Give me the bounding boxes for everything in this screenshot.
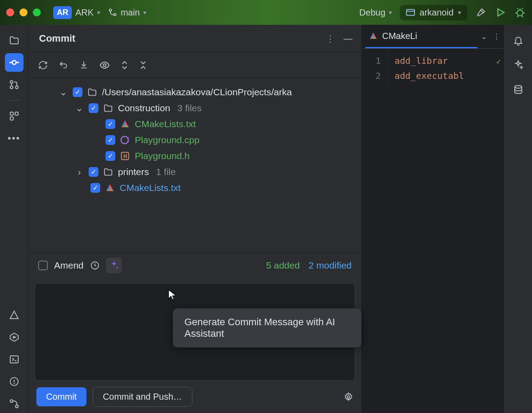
warning-circle-icon — [9, 376, 20, 387]
tree-root[interactable]: ⌄ ✓ /Users/anastasiakazakova/CLionProjec… — [33, 84, 357, 100]
minimize-window-icon[interactable] — [20, 8, 27, 16]
structure-tool-button[interactable] — [5, 107, 23, 125]
close-window-icon[interactable] — [6, 8, 14, 16]
branch-selector[interactable]: main ▾ — [108, 8, 146, 18]
project-name: ARK — [75, 8, 94, 18]
svg-point-22 — [10, 400, 13, 402]
svg-point-1 — [114, 14, 116, 16]
amend-checkbox[interactable] — [38, 261, 48, 270]
inspection-ok-icon[interactable]: ✓ — [496, 54, 501, 69]
window-controls — [6, 8, 41, 16]
svg-text:+: + — [128, 140, 130, 144]
checkbox-checked[interactable]: ✓ — [90, 183, 100, 193]
editor-tab[interactable]: CMakeLi — [365, 25, 477, 48]
shelve-button[interactable] — [79, 60, 89, 70]
checkbox-checked[interactable]: ✓ — [106, 151, 115, 161]
folder-icon — [103, 103, 113, 113]
sparkle-icon — [513, 60, 524, 70]
file-label: Playground.h — [135, 151, 190, 161]
commit-toolbar — [28, 53, 361, 78]
run-target-name: arkanoid — [419, 8, 454, 18]
ai-assistant-button[interactable] — [509, 56, 528, 74]
svg-point-41 — [515, 86, 522, 88]
terminal-tool-button[interactable] — [5, 350, 23, 369]
folder-icon — [87, 87, 98, 97]
svg-marker-16 — [10, 333, 18, 341]
added-count: 5 added — [266, 260, 300, 271]
tab-chevron-icon[interactable]: ⌄ — [481, 32, 487, 41]
services-tool-button[interactable] — [5, 328, 23, 347]
debug-button[interactable] — [514, 7, 526, 18]
line-gutter: 1 2 — [362, 49, 388, 88]
file-playground-cpp[interactable]: ✓ ++ Playground.cpp — [33, 132, 357, 148]
diff-button[interactable] — [99, 60, 110, 70]
checkbox-checked[interactable]: ✓ — [73, 87, 82, 97]
commit-footer: Commit Commit and Push… — [28, 381, 361, 413]
folder-construction[interactable]: ⌄ ✓ Construction 3 files — [33, 100, 357, 116]
rollback-button[interactable] — [59, 60, 68, 70]
build-button[interactable] — [475, 7, 487, 18]
chevron-down-icon[interactable]: ⌄ — [59, 87, 68, 97]
zoom-window-icon[interactable] — [33, 8, 41, 16]
tab-menu-icon[interactable]: ⋮ — [493, 32, 500, 41]
project-tool-button[interactable] — [5, 31, 23, 50]
checkbox-checked[interactable]: ✓ — [106, 135, 115, 145]
panel-minimize-icon[interactable]: — — [344, 34, 352, 44]
folder-printers[interactable]: › ✓ printers 1 file — [33, 164, 357, 180]
file-playground-h[interactable]: ✓ H Playground.h — [33, 148, 357, 164]
svg-point-21 — [14, 383, 14, 384]
pull-request-icon — [9, 79, 20, 90]
more-tools-button[interactable]: ••• — [5, 129, 23, 148]
folder-label: printers — [118, 167, 149, 177]
checkbox-checked[interactable]: ✓ — [106, 119, 115, 129]
amend-row: Amend 5 added 2 modified — [28, 253, 361, 278]
titlebar: AR ARK ▾ main ▾ Debug ▾ arkanoid ▾ — [0, 0, 532, 25]
chevron-right-icon[interactable]: › — [74, 167, 84, 177]
refresh-icon — [38, 60, 48, 70]
tab-label: CMakeLi — [382, 31, 417, 41]
file-cmake-root[interactable]: ✓ CMakeLists.txt — [33, 180, 357, 196]
file-cmake-construction[interactable]: ✓ CMakeLists.txt — [33, 116, 357, 132]
history-button[interactable] — [90, 261, 100, 270]
file-count: 1 file — [156, 167, 176, 177]
database-button[interactable] — [509, 81, 528, 99]
panel-title: Commit — [39, 33, 75, 44]
services-icon — [9, 332, 20, 343]
notifications-button[interactable] — [509, 31, 528, 50]
bell-icon — [513, 35, 524, 46]
commit-and-push-button[interactable]: Commit and Push… — [93, 387, 192, 407]
settings-button[interactable] — [344, 392, 353, 402]
svg-point-23 — [16, 405, 18, 408]
ai-generate-button[interactable] — [106, 257, 122, 273]
problems-tool-button[interactable] — [5, 372, 23, 391]
commit-button[interactable]: Commit — [36, 387, 86, 406]
pull-requests-button[interactable] — [5, 75, 23, 94]
chevron-down-icon[interactable]: ⌄ — [74, 103, 84, 113]
run-button[interactable] — [495, 7, 506, 18]
project-selector[interactable]: AR ARK ▾ — [53, 6, 100, 19]
cpp-file-icon: ++ — [120, 135, 130, 145]
expand-all-button[interactable] — [121, 60, 129, 70]
cmake-tool-button[interactable] — [5, 306, 23, 324]
expand-icon — [121, 60, 129, 70]
run-target-selector[interactable]: arkanoid ▾ — [400, 5, 467, 20]
commit-icon — [8, 57, 20, 68]
code-content[interactable]: add_librar add_executabl ✓ — [388, 49, 504, 88]
panel-menu-icon[interactable]: ⋮ — [326, 33, 335, 44]
structure-icon — [9, 111, 20, 121]
line-number: 2 — [362, 68, 381, 83]
checkbox-checked[interactable]: ✓ — [89, 167, 98, 177]
svg-rect-13 — [15, 112, 18, 115]
modified-count: 2 modified — [309, 260, 352, 271]
eye-icon — [99, 60, 110, 70]
svg-rect-12 — [10, 112, 13, 115]
checkbox-checked[interactable]: ✓ — [89, 103, 98, 113]
refresh-button[interactable] — [38, 60, 48, 70]
collapse-all-button[interactable] — [139, 60, 147, 70]
chevron-down-icon: ▾ — [143, 9, 146, 16]
vcs-tool-button[interactable] — [5, 394, 23, 413]
commit-tool-button[interactable] — [5, 53, 23, 72]
history-icon — [90, 261, 100, 270]
svg-rect-2 — [407, 9, 415, 15]
build-config-selector[interactable]: Debug ▾ — [359, 8, 392, 18]
